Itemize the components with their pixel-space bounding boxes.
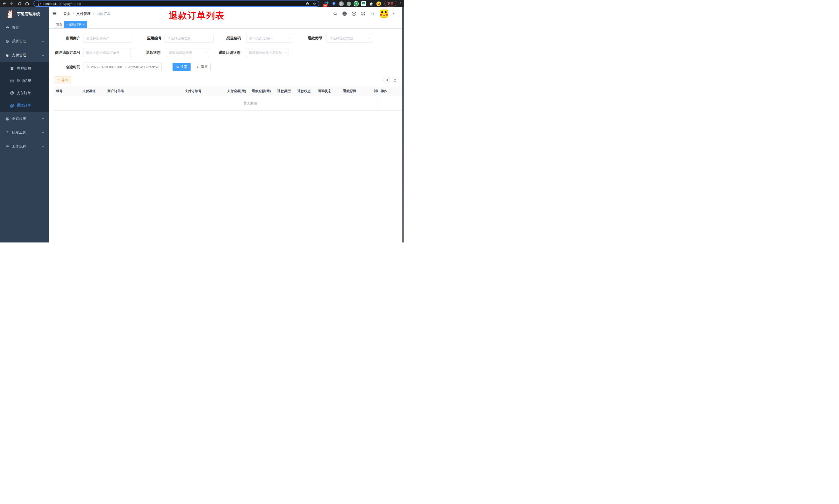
date-start-value: 2022-01-23 00:00:00 <box>91 65 123 69</box>
active-dot-icon: ● <box>67 24 68 25</box>
tab-manager-extension-icon[interactable]: 10 <box>324 1 329 6</box>
search-icon[interactable] <box>333 11 338 17</box>
user-avatar[interactable] <box>380 10 388 18</box>
sidebar-item-app-info[interactable]: 应用信息 <box>0 75 49 87</box>
help-icon[interactable]: ? <box>351 11 357 17</box>
sidebar-item-workflow[interactable]: 工作流程 <box>0 140 49 154</box>
browser-back-button[interactable] <box>0 0 8 7</box>
tags-view-bar: 首页 ● 退款订单 × <box>49 20 404 29</box>
reset-button[interactable]: 重置 <box>194 63 211 71</box>
callback-status-select[interactable] <box>246 48 288 57</box>
empty-row: 暂无数据 <box>54 96 404 111</box>
breadcrumb-pay[interactable]: 支付管理 <box>76 12 91 16</box>
refresh-icon <box>393 78 397 82</box>
app-title: 芋道管理系统 <box>17 12 40 17</box>
download-icon <box>57 78 60 82</box>
dashboard-icon <box>5 25 10 30</box>
sidebar-item-merchant-info[interactable]: 商户信息 <box>0 62 49 75</box>
field-label-merchant-refund-no: 商户退款订单号 <box>52 48 81 57</box>
y-extension-icon[interactable]: y <box>354 1 359 6</box>
field-label-app: 应用编号 <box>136 34 161 42</box>
browser-forward-button[interactable] <box>8 0 15 7</box>
sidebar-item-home[interactable]: 首页 <box>0 21 49 35</box>
sidebar: 芋道管理系统 首页 ⚙ 系统管理 ¥ 支付管理 <box>0 7 49 242</box>
sidebar-item-label: 工作流程 <box>12 144 26 149</box>
app-logo[interactable]: 芋道管理系统 <box>0 7 49 21</box>
pikachu-avatar-icon <box>380 10 388 18</box>
shop-icon <box>10 67 14 71</box>
extension-badge: 10 <box>323 4 327 7</box>
merchant-refund-no-input[interactable] <box>83 48 131 57</box>
grid-table-icon <box>10 79 14 83</box>
chat-bubble-icon <box>361 1 366 6</box>
briefcase-icon <box>5 144 10 149</box>
chevron-down-icon <box>41 145 44 148</box>
tab-close-icon[interactable]: × <box>83 23 85 26</box>
merchant-input[interactable] <box>83 34 132 42</box>
address-bar[interactable]: i localhost:1024/pay/refund ☆ <box>34 1 319 7</box>
command-extension-icon[interactable]: ⌘ <box>339 1 344 6</box>
refresh-icon <box>197 66 200 69</box>
bookmark-star-icon[interactable]: ☆ <box>313 2 316 6</box>
extensions-puzzle-icon[interactable] <box>369 1 374 6</box>
caret-down-icon[interactable] <box>392 12 395 15</box>
browser-reload-button[interactable] <box>15 0 23 7</box>
recorder-extension-icon[interactable] <box>346 1 351 6</box>
sidebar-item-pay[interactable]: ¥ 支付管理 <box>0 48 49 62</box>
gear-icon: ⚙ <box>5 39 10 44</box>
sidebar-item-label: 研发工具 <box>12 130 26 135</box>
browser-menu-icon[interactable]: ⋮ <box>399 2 402 6</box>
sidebar-item-label: 支付管理 <box>12 53 26 58</box>
tab-home[interactable]: 首页 <box>54 21 65 28</box>
export-button[interactable]: 导出 <box>54 76 71 84</box>
breadcrumb-home[interactable]: 首页 <box>64 12 71 16</box>
sidebar-item-label: 应用信息 <box>17 78 31 83</box>
extension-area: 10 ⌘ y 更新 ⋮ <box>324 0 404 7</box>
browser-update-button[interactable]: 更新 <box>385 1 396 6</box>
main-area: 首页 / 支付管理 / 退款订单 ? <box>49 7 404 242</box>
github-icon[interactable] <box>342 11 347 17</box>
col-create-time: 创建时间 <box>371 87 378 96</box>
date-separator: - <box>123 65 127 69</box>
sidebar-item-infra[interactable]: 基础设施 <box>0 112 49 126</box>
col-callback-status: 回调状态 <box>315 87 340 96</box>
site-info-icon[interactable]: i <box>37 2 41 6</box>
window-scrollbar[interactable] <box>402 7 404 242</box>
app-select[interactable] <box>164 34 213 42</box>
tab-refund-order[interactable]: ● 退款订单 × <box>64 21 87 28</box>
search-button[interactable]: 搜索 <box>173 63 191 71</box>
date-range-picker[interactable]: 2022-01-23 00:00:00 - 2022-01-23 23:59:5… <box>83 62 162 71</box>
emoji-extension-icon[interactable] <box>376 1 381 6</box>
browser-home-button[interactable] <box>23 0 31 7</box>
rabbit-logo-icon <box>6 10 14 18</box>
refund-type-select[interactable] <box>326 34 373 42</box>
col-refund-type: 退款类型 <box>275 87 295 96</box>
channel-select[interactable] <box>246 34 293 42</box>
col-pay-channel: 支付渠道 <box>80 87 105 96</box>
chevron-down-icon <box>41 117 44 120</box>
font-size-icon[interactable]: TT <box>370 11 375 17</box>
sidebar-collapse-icon[interactable] <box>52 11 57 16</box>
clock-icon <box>86 65 89 69</box>
share-icon[interactable] <box>306 2 309 6</box>
forward-arrow-icon <box>10 2 14 6</box>
search-icon <box>385 78 389 82</box>
chevron-down-icon <box>41 40 44 43</box>
sidebar-item-devtools[interactable]: 研发工具 <box>0 126 49 140</box>
sidebar-item-refund-order[interactable]: 退款订单 <box>0 100 49 112</box>
field-label-channel: 渠道编码 <box>215 34 241 42</box>
field-label-create-time: 创建时间 <box>55 62 81 71</box>
refresh-table-button[interactable] <box>392 77 398 84</box>
date-end-value: 2022-01-23 23:59:59 <box>127 65 159 69</box>
toggle-search-button[interactable] <box>383 77 390 84</box>
field-label-refund-status: 退款状态 <box>135 48 160 57</box>
breadcrumb-separator: / <box>93 12 94 16</box>
chat-extension-icon[interactable] <box>361 1 366 6</box>
refund-status-select[interactable] <box>166 48 209 57</box>
puzzle-icon <box>369 2 373 6</box>
gem-extension-icon[interactable] <box>331 1 336 6</box>
svg-text:?: ? <box>353 12 355 15</box>
sidebar-item-pay-order[interactable]: ¥ 支付订单 <box>0 87 49 100</box>
fullscreen-icon[interactable] <box>360 11 366 17</box>
sidebar-item-system[interactable]: ⚙ 系统管理 <box>0 35 49 48</box>
